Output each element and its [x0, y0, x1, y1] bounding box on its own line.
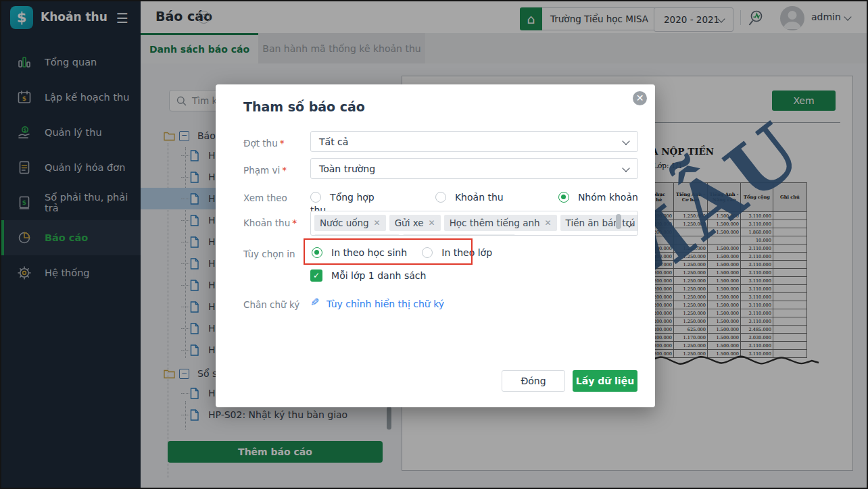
field-label-pham-vi: Phạm vi*: [243, 165, 287, 176]
chevron-down-icon: [622, 164, 629, 172]
pencil-icon: ✎: [310, 296, 319, 309]
remove-tag-icon[interactable]: ✕: [374, 218, 381, 228]
pham-vi-select[interactable]: Toàn trường: [310, 158, 638, 179]
get-data-button[interactable]: Lấy dữ liệu: [573, 370, 637, 392]
moi-lop-checkbox-row: ✓ Mỗi lớp 1 danh sách: [310, 268, 426, 282]
remove-tag-icon[interactable]: ✕: [429, 218, 435, 228]
radio-nhom-khoan-thu[interactable]: [558, 192, 569, 203]
radio-in-theo-hoc-sinh[interactable]: [312, 247, 322, 258]
fee-tag[interactable]: Học thêm tiếng anh✕: [444, 215, 557, 231]
close-button[interactable]: Đóng: [502, 370, 565, 392]
multiselect-scrollbar-thumb[interactable]: [616, 214, 621, 229]
radio-tong-hop[interactable]: [310, 192, 321, 203]
checkbox-moi-lop[interactable]: ✓: [310, 269, 322, 282]
radio-khoan-thu[interactable]: [435, 192, 446, 203]
report-parameters-modal: Tham số báo cáo ✕ Đợt thu* Tất cả Phạm v…: [216, 84, 655, 407]
fee-tag[interactable]: [314, 234, 400, 236]
field-label-xem-theo: Xem theo: [243, 192, 287, 203]
radio-in-theo-lop[interactable]: [422, 247, 433, 258]
dot-thu-select[interactable]: Tất cả: [310, 131, 638, 152]
fee-tag[interactable]: Gửi xe✕: [389, 215, 441, 231]
remove-tag-icon[interactable]: ✕: [545, 218, 552, 228]
customize-signature-link[interactable]: Tùy chỉnh hiển thị chữ ký: [327, 299, 444, 309]
fee-tag[interactable]: [403, 234, 515, 236]
field-label-khoan-thu: Khoản thu*: [243, 217, 297, 228]
tag-row-1: Nước uống✕Gửi xe✕Học thêm tiếng anh✕Tiền…: [314, 215, 637, 231]
field-label-tuy-chon-in: Tùy chọn in: [243, 249, 295, 259]
tuy-chon-in-radio-group: In theo học sinh In theo lớp: [312, 245, 492, 258]
field-label-dot-thu: Đợt thu*: [243, 138, 284, 149]
tag-row-2: [314, 234, 637, 236]
modal-title: Tham số báo cáo: [243, 99, 365, 114]
chevron-down-icon: [622, 137, 629, 145]
close-icon[interactable]: ✕: [633, 91, 647, 105]
fee-tag[interactable]: Nước uống✕: [314, 215, 386, 231]
khoan-thu-multiselect[interactable]: Nước uống✕Gửi xe✕Học thêm tiếng anh✕Tiền…: [310, 211, 638, 236]
field-label-chan-chu-ky: Chân chữ ký: [243, 299, 299, 310]
